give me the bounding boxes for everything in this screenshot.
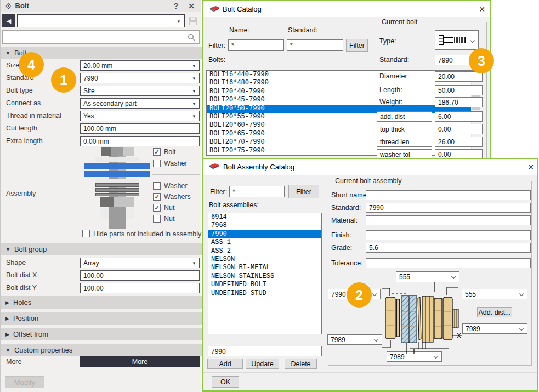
washer-right-dropdown[interactable]: 555 bbox=[462, 289, 527, 299]
tolerance-input[interactable] bbox=[366, 258, 531, 268]
bolt-dist-x-input[interactable]: 100.00 bbox=[80, 270, 200, 281]
cb-top-thick-label-box[interactable]: top thick bbox=[377, 124, 432, 134]
add-button[interactable]: Add bbox=[207, 359, 243, 369]
close-icon[interactable]: ✕ bbox=[526, 163, 536, 172]
extra-length-input[interactable]: 0.00 mm bbox=[80, 136, 200, 146]
cb-diameter-input[interactable]: 20.00 bbox=[435, 71, 483, 82]
bolt-catalog-titlebar: Bolt Catalog ✕ bbox=[203, 1, 490, 17]
cut-length-label: Cut length bbox=[6, 124, 37, 132]
bolt-dist-y-label: Bolt dist Y bbox=[6, 284, 37, 292]
assembly-list-item[interactable]: UNDEFINED_BOLT bbox=[208, 281, 321, 289]
section-label: Position bbox=[13, 314, 38, 322]
material-input[interactable] bbox=[366, 215, 531, 225]
filter-label: Filter: bbox=[210, 188, 227, 196]
washer2-checkbox[interactable] bbox=[153, 182, 161, 190]
assembly-name-input[interactable]: 7990 bbox=[208, 346, 322, 356]
cb-thread-len-label-box[interactable]: thread len bbox=[377, 137, 432, 147]
section-header-holes[interactable]: ▶ Holes bbox=[1, 296, 202, 309]
screen: ⚙ Bolt ? ✕ ◀ ▼ ▼ bbox=[0, 0, 539, 392]
delete-button[interactable]: Delete bbox=[285, 359, 317, 369]
callout-badge-1: 1 bbox=[51, 67, 76, 93]
cb-weight-input[interactable]: 186.70 bbox=[435, 97, 483, 107]
assembly-filter-value: * bbox=[232, 188, 235, 196]
connect-as-dropdown[interactable]: As secondary part ▼ bbox=[80, 98, 200, 109]
filter-label: Filter: bbox=[208, 42, 225, 49]
cb-top-thick-input[interactable]: 0.00 bbox=[435, 124, 483, 134]
ca-standard-input[interactable]: 7990 bbox=[366, 203, 531, 213]
help-button[interactable]: ? bbox=[171, 1, 181, 11]
save-button[interactable] bbox=[186, 15, 200, 27]
nut-bottom-left-dropdown[interactable]: 7989 bbox=[327, 334, 382, 345]
bolt-type-dropdown[interactable]: Site ▼ bbox=[80, 86, 200, 96]
nut-checkbox[interactable]: ✓ bbox=[153, 204, 161, 212]
size-label: Size bbox=[6, 61, 19, 69]
search-input[interactable] bbox=[2, 30, 200, 44]
chevron-down-icon: ▼ bbox=[177, 19, 181, 24]
close-panel-button[interactable]: ✕ bbox=[186, 1, 197, 11]
nut2-checkbox[interactable] bbox=[153, 215, 161, 223]
section-header-offset-from[interactable]: ▶ Offset from bbox=[1, 328, 202, 340]
chevron-down-icon bbox=[519, 326, 524, 331]
schematic-washer bbox=[95, 188, 139, 192]
add-dist-button[interactable]: Add. dist... bbox=[477, 307, 512, 317]
standard-dropdown[interactable]: 7990 ▼ bbox=[80, 73, 200, 83]
assembly-list-item[interactable]: 6914 bbox=[208, 213, 321, 221]
grade-input[interactable]: 5.6 bbox=[366, 243, 531, 253]
app-icon bbox=[209, 163, 219, 171]
short-name-label: Short name: bbox=[331, 191, 368, 199]
filter-button[interactable]: Filter bbox=[346, 39, 368, 52]
washer-checkbox[interactable] bbox=[153, 160, 161, 167]
assembly-filter-button[interactable]: Filter bbox=[288, 185, 319, 198]
short-name-input[interactable] bbox=[366, 190, 531, 200]
chevron-down-icon: ▼ bbox=[192, 261, 196, 266]
assembly-list-item[interactable]: NELSON BI-METAL bbox=[208, 264, 321, 272]
assemblies-list[interactable]: 691479687990ASS 1ASS 2NELSONNELSON BI-ME… bbox=[208, 213, 322, 334]
assembly-filter-input[interactable]: * bbox=[229, 186, 285, 197]
assembly-list-item[interactable]: 7990 bbox=[208, 230, 321, 238]
cb-add-dist-label-box[interactable]: add. dist bbox=[377, 111, 432, 122]
cb-diameter-value: 20.00 bbox=[438, 73, 455, 81]
assembly-list-item[interactable]: NELSON STAINLESS bbox=[208, 272, 321, 281]
cb-thread-len-input[interactable]: 26.00 bbox=[435, 137, 483, 147]
bolt-dist-y-input[interactable]: 100.00 bbox=[80, 283, 200, 293]
bolt-checkbox[interactable]: ✓ bbox=[153, 148, 161, 156]
section-header-custom-properties[interactable]: ▼ Custom properties bbox=[1, 344, 202, 356]
modify-button[interactable]: Modify bbox=[5, 376, 44, 388]
ok-button[interactable]: OK bbox=[212, 376, 239, 388]
update-button[interactable]: Update bbox=[246, 359, 279, 369]
standard-filter-input[interactable]: * bbox=[287, 39, 343, 51]
assembly-list-item[interactable]: ASS 2 bbox=[208, 247, 321, 255]
size-dropdown[interactable]: 20.00 mm ▼ bbox=[80, 60, 200, 71]
assembly-list-item[interactable]: NELSON bbox=[208, 255, 321, 264]
more-button[interactable]: More bbox=[80, 356, 200, 367]
schematic-washer bbox=[95, 193, 139, 196]
current-bolt-group-label: Current bolt bbox=[379, 18, 419, 26]
cb-washer-tol-label: washer tol bbox=[380, 151, 410, 158]
washers-checkbox[interactable]: ✓ bbox=[153, 193, 161, 201]
bolt-type-icon-dropdown[interactable] bbox=[435, 30, 479, 50]
close-icon[interactable]: ✕ bbox=[477, 5, 487, 14]
shape-dropdown[interactable]: Array ▼ bbox=[80, 258, 200, 268]
section-header-bolt-group[interactable]: ▼ Bolt group bbox=[1, 243, 202, 255]
hide-parts-checkbox[interactable] bbox=[82, 230, 90, 237]
washer-right-value: 555 bbox=[465, 291, 476, 298]
back-button[interactable]: ◀ bbox=[2, 14, 15, 27]
cb-length-input[interactable]: 50.00 bbox=[435, 85, 483, 95]
assembly-list-item[interactable]: 7968 bbox=[208, 221, 321, 230]
finish-label: Finish: bbox=[331, 231, 351, 239]
callout-badge-4: 4 bbox=[19, 52, 44, 77]
saved-settings-combo[interactable]: ▼ bbox=[17, 14, 185, 27]
nut-right-dropdown[interactable]: 7989 bbox=[462, 323, 527, 334]
thread-in-material-dropdown[interactable]: Yes ▼ bbox=[80, 111, 200, 121]
chevron-down-icon bbox=[470, 38, 475, 43]
ca-standard-value: 7990 bbox=[369, 204, 384, 212]
cb-add-dist-input[interactable]: 6.00 bbox=[435, 111, 483, 122]
ca-standard-label: Standard: bbox=[331, 204, 361, 212]
cut-length-input[interactable]: 100.00 mm bbox=[80, 123, 200, 134]
shape-value: Array bbox=[83, 259, 99, 267]
name-filter-input[interactable]: * bbox=[228, 39, 284, 51]
section-header-position[interactable]: ▶ Position bbox=[1, 312, 202, 325]
finish-input[interactable] bbox=[366, 230, 531, 240]
assembly-list-item[interactable]: ASS 1 bbox=[208, 238, 321, 247]
assembly-list-item[interactable]: UNDEFINED_STUD bbox=[208, 289, 321, 298]
